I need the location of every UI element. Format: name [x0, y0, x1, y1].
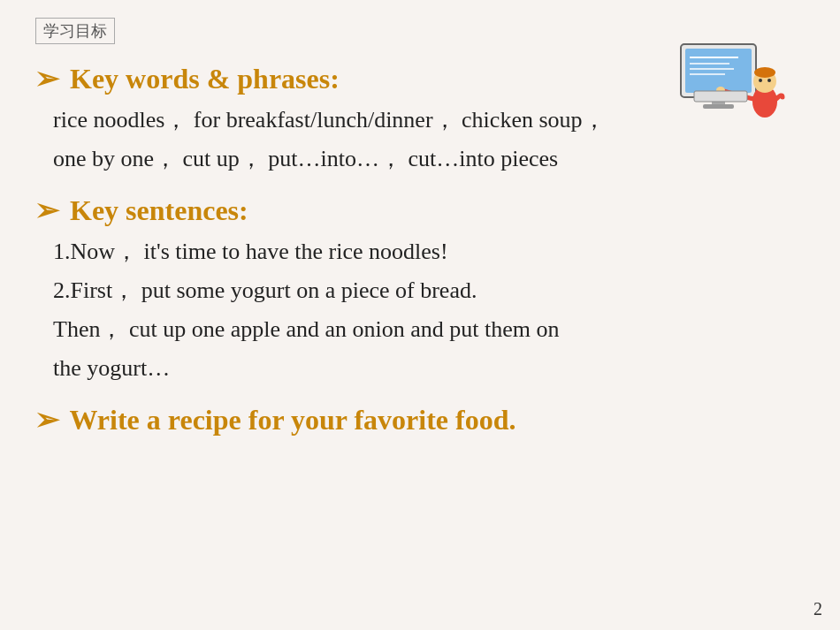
bullet-1: ➢ — [35, 63, 59, 95]
key-words-title-text: Key words & phrases: — [70, 63, 340, 95]
key-sentences-line-2: 2.First， put some yogurt on a piece of b… — [53, 273, 805, 308]
bullet-3: ➢ — [35, 404, 59, 436]
write-recipe-title: ➢ Write a recipe for your favorite food. — [35, 403, 805, 436]
key-sentences-line-4: the yogurt… — [53, 351, 805, 386]
svg-point-30 — [754, 67, 775, 78]
svg-rect-21 — [685, 49, 752, 93]
key-sentences-title: ➢ Key sentences: — [35, 194, 805, 227]
svg-point-32 — [767, 79, 771, 82]
key-sentences-content: 1.Now， it's time to have the rice noodle… — [35, 234, 805, 387]
computer-illustration — [672, 35, 787, 141]
key-sentences-section: ➢ Key sentences: 1.Now， it's time to hav… — [35, 194, 805, 387]
key-words-line-2: one by one， cut up， put…into…， cut…into … — [53, 141, 805, 177]
key-sentences-title-text: Key sentences: — [70, 194, 248, 226]
key-sentences-line-1: 1.Now， it's time to have the rice noodle… — [53, 234, 805, 269]
write-recipe-section: ➢ Write a recipe for your favorite food. — [35, 403, 805, 436]
slide-number: 2 — [813, 599, 822, 619]
study-goal-label: 学习目标 — [35, 18, 115, 44]
svg-rect-34 — [694, 91, 747, 102]
svg-point-31 — [759, 79, 762, 82]
write-recipe-title-text: Write a recipe for your favorite food. — [69, 404, 515, 436]
svg-rect-27 — [703, 104, 734, 109]
bullet-2: ➢ — [35, 194, 59, 226]
key-sentences-line-3: Then， cut up one apple and an onion and … — [53, 312, 805, 347]
